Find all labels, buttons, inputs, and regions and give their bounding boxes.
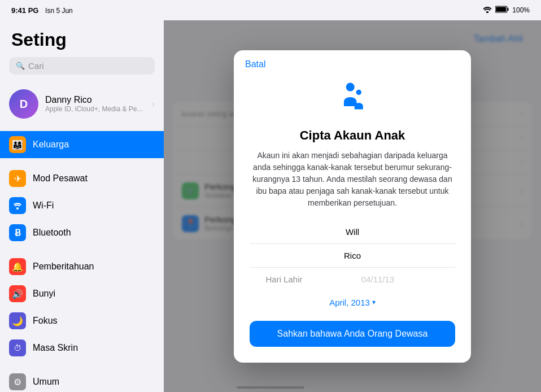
home-indicator [237,386,304,389]
last-name-value: Rico [259,251,446,260]
date-picker-month-year: April, 2013 [329,298,370,307]
status-bar: 9:41 PG Isn 5 Jun 100% [0,0,541,20]
svg-point-3 [16,207,19,210]
wifi-icon [483,6,492,15]
sidebar: Seting 🔍 Cari D Danny Rico Apple ID, iCl… [0,20,164,392]
name-form-group: Will Rico Hari Lahir 04/11/13 [250,220,455,291]
family-icon: 👨‍👩‍👧 [9,136,26,153]
birthdate-label: Hari Lahir [259,275,309,284]
date-label: Isn 5 Jun [45,7,73,15]
birthdate-field[interactable]: Hari Lahir 04/11/13 [250,268,455,291]
sidebar-item-fokus[interactable]: 🌙 Fokus [0,307,164,334]
last-name-field[interactable]: Rico [250,244,455,268]
wifi-settings-icon [9,197,26,214]
profile-chevron: › [152,99,155,108]
first-name-value: Will [259,227,446,237]
modal-header: Batal [234,50,471,69]
profile-name: Danny Rico [45,95,145,105]
sidebar-item-umum[interactable]: ⚙ Umum [0,368,164,392]
sidebar-title: Seting [0,29,164,57]
sidebar-item-bunyi[interactable]: 🔊 Bunyi [0,280,164,307]
svg-rect-2 [508,8,509,11]
sidebar-label-wifi: Wi-Fi [33,201,54,211]
search-icon: 🔍 [16,62,25,70]
avatar: D [9,89,38,119]
svg-point-4 [346,82,355,91]
bluetooth-icon: Ƀ [9,224,26,241]
screentime-icon: ⏱ [9,339,26,356]
sidebar-label-umum: Umum [33,377,59,387]
cancel-button[interactable]: Batal [245,59,265,69]
sidebar-label-keluarga: Keluarga [33,140,69,150]
sidebar-label-bluetooth: Bluetooth [33,228,71,238]
modal-title: Cipta Akaun Anak [250,128,455,143]
modal-description: Akaun ini akan menjadi sebahagian daripa… [250,150,455,209]
notification-icon: 🔔 [9,258,26,275]
search-placeholder: Cari [28,61,44,71]
sound-icon: 🔊 [9,285,26,302]
battery-label: 100% [512,6,530,14]
sidebar-label-bunyi: Bunyi [33,289,55,299]
svg-point-5 [356,89,361,94]
sidebar-item-mod-pesawat[interactable]: ✈ Mod Pesawat [0,165,164,192]
sidebar-label-masa-skrin: Masa Skrin [33,343,78,353]
sidebar-label-fokus: Fokus [33,316,58,326]
family-silhouette-icon [250,79,455,121]
battery-icon [495,6,509,15]
profile-item[interactable]: D Danny Rico Apple ID, iCloud+, Media & … [0,84,164,124]
sidebar-item-keluarga[interactable]: 👨‍👩‍👧 Keluarga [0,131,164,158]
status-indicators: 100% [483,6,530,15]
modal-overlay: Batal [164,20,541,392]
first-name-field[interactable]: Will [250,220,455,244]
birthdate-value: 04/11/13 [309,275,446,284]
profile-sub: Apple ID, iCloud+, Media & Pe... [45,105,145,113]
svg-rect-1 [496,7,506,12]
confirm-adult-button[interactable]: Sahkan bahawa Anda Orang Dewasa [250,321,455,347]
date-picker-chevron-icon: ▾ [372,298,376,306]
sidebar-item-wifi[interactable]: Wi-Fi [0,192,164,219]
sidebar-item-bluetooth[interactable]: Ƀ Bluetooth [0,219,164,246]
create-child-account-modal: Batal [234,50,471,363]
search-bar[interactable]: 🔍 Cari [9,57,155,75]
content-area: Tambah Ahli D kuskan seting akaun kanak-… [164,20,541,392]
status-time: 9:41 PG Isn 5 Jun [11,6,73,15]
date-picker-toggle[interactable]: April, 2013 ▾ [250,298,455,307]
sidebar-item-pemberitahuan[interactable]: 🔔 Pemberitahuan [0,253,164,280]
general-icon: ⚙ [9,373,26,390]
modal-body: Cipta Akaun Anak Akaun ini akan menjadi … [234,69,471,363]
sidebar-item-masa-skrin[interactable]: ⏱ Masa Skrin [0,334,164,361]
airplane-icon: ✈ [9,170,26,187]
sidebar-label-pemberitahuan: Pemberitahuan [33,262,94,272]
time-label: 9:41 PG [11,6,38,15]
focus-icon: 🌙 [9,312,26,329]
sidebar-label-mod-pesawat: Mod Pesawat [33,173,88,184]
main-layout: Seting 🔍 Cari D Danny Rico Apple ID, iCl… [0,20,541,392]
